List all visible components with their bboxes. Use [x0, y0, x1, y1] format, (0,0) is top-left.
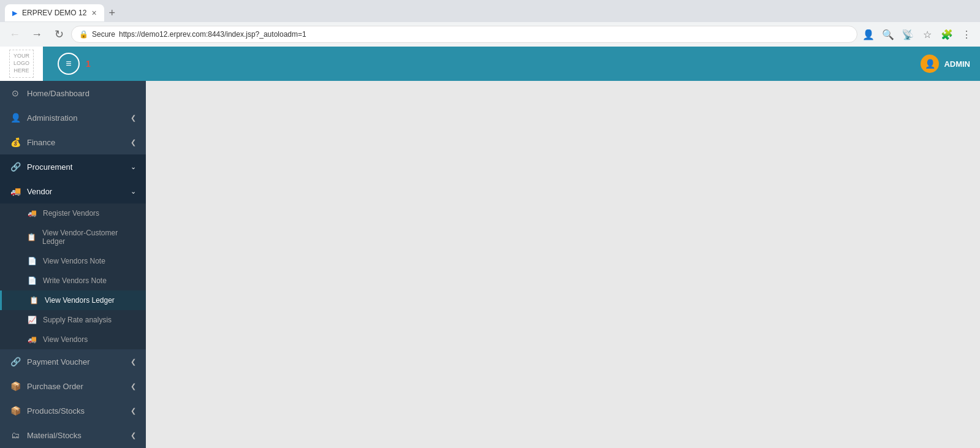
sidebar-subitem-view-vendors-ledger[interactable]: 📋 View Vendors Ledger 4	[0, 290, 146, 310]
material-stocks-chevron-icon: ❮	[131, 431, 136, 439]
view-vendors-label: View Vendors	[43, 335, 88, 344]
view-vendors-ledger-label: View Vendors Ledger	[45, 296, 115, 305]
procurement-icon: 🔗	[10, 162, 21, 172]
finance-chevron-icon: ❮	[131, 139, 136, 146]
url-display: https://demo12.erprev.com:8443/index.jsp…	[119, 30, 306, 39]
zoom-button[interactable]: 🔍	[879, 26, 897, 43]
hamburger-icon: ≡	[66, 58, 71, 69]
sidebar-subitem-view-vendors-note[interactable]: 📄 View Vendors Note	[0, 251, 146, 271]
sidebar-purchase-order-label: Purchase Order	[27, 382, 124, 391]
payment-voucher-icon: 🔗	[10, 357, 21, 366]
sidebar-home-label: Home/Dashboard	[27, 89, 136, 98]
sidebar-vendor-label: Vendor	[27, 187, 124, 196]
sidebar-procurement-label: Procurement	[27, 162, 124, 172]
browser-tab[interactable]: ▶ ERPREV DEMO 12 ×	[5, 4, 104, 21]
vendor-submenu: 🚚 Register Vendors 📋 View Vendor-Custome…	[0, 203, 146, 349]
secure-label: Secure	[92, 30, 115, 39]
address-bar[interactable]: 🔒 Secure https://demo12.erprev.com:8443/…	[71, 26, 857, 43]
reload-button[interactable]: ↻	[49, 25, 69, 44]
register-vendors-icon: 🚚	[27, 209, 37, 218]
tab-favicon: ▶	[12, 9, 17, 17]
write-vendors-note-label: Write Vendors Note	[43, 276, 107, 285]
sidebar-item-procurement[interactable]: 🔗 Procurement ⌄ 2	[0, 154, 146, 179]
view-vendor-customer-ledger-label: View Vendor-Customer Ledger	[42, 229, 136, 246]
sidebar-material-stocks-label: Material/Stocks	[27, 431, 124, 440]
sidebar-payment-voucher-label: Payment Voucher	[27, 357, 124, 366]
material-stocks-icon: 🗂	[10, 430, 21, 440]
new-tab-button[interactable]: +	[104, 7, 121, 20]
back-button[interactable]: ←	[5, 25, 25, 44]
payment-voucher-chevron-icon: ❮	[131, 358, 136, 366]
secure-icon: 🔒	[79, 30, 88, 39]
view-vendor-customer-ledger-icon: 📋	[27, 233, 36, 241]
menu-toggle-button[interactable]: ≡	[58, 53, 80, 75]
profile-button[interactable]: 👤	[860, 26, 877, 43]
sidebar-subitem-supply-rate-analysis[interactable]: 📈 Supply Rate analysis	[0, 310, 146, 330]
app-body: ⊙ Home/Dashboard 👤 Administration ❮ 💰 Fi…	[0, 81, 980, 448]
view-vendors-note-icon: 📄	[27, 257, 37, 265]
sidebar-item-vendor[interactable]: 🚚 Vendor ⌄ 3	[0, 179, 146, 203]
administration-chevron-icon: ❮	[131, 114, 136, 122]
sidebar-products-stocks-label: Products/Stocks	[27, 406, 124, 416]
purchase-order-icon: 📦	[10, 381, 21, 391]
administration-icon: 👤	[10, 113, 21, 123]
sidebar-subitem-view-vendor-customer-ledger[interactable]: 📋 View Vendor-Customer Ledger	[0, 223, 146, 251]
register-vendors-label: Register Vendors	[43, 209, 99, 218]
home-icon: ⊙	[10, 88, 21, 98]
view-vendors-icon: 🚚	[27, 335, 37, 344]
more-button[interactable]: ⋮	[958, 26, 975, 43]
sidebar-item-administration[interactable]: 👤 Administration ❮	[0, 105, 146, 130]
browser-controls: ← → ↻ 🔒 Secure https://demo12.erprev.com…	[0, 22, 980, 47]
sidebar-administration-label: Administration	[27, 113, 124, 123]
app-wrapper: YOURLOGOHERE ≡ 1 👤 ADMIN ⊙ Home/Dashboar…	[0, 47, 980, 448]
sidebar-subitem-register-vendors[interactable]: 🚚 Register Vendors	[0, 203, 146, 223]
admin-label: ADMIN	[944, 59, 970, 69]
procurement-chevron-icon: ⌄	[131, 163, 136, 171]
sidebar-finance-label: Finance	[27, 138, 124, 147]
sidebar-item-products-stocks[interactable]: 📦 Products/Stocks ❮	[0, 398, 146, 423]
logo-placeholder: YOURLOGOHERE	[9, 50, 34, 77]
supply-rate-analysis-label: Supply Rate analysis	[43, 316, 112, 324]
finance-icon: 💰	[10, 137, 21, 147]
bookmark-button[interactable]: ☆	[919, 26, 936, 43]
supply-rate-analysis-icon: 📈	[27, 316, 37, 324]
extensions-button[interactable]: 🧩	[938, 26, 955, 43]
write-vendors-note-icon: 📄	[27, 276, 37, 285]
app-logo: YOURLOGOHERE	[0, 47, 43, 81]
vendor-chevron-icon: ⌄	[131, 188, 136, 196]
sidebar-item-payment-voucher[interactable]: 🔗 Payment Voucher ❮	[0, 349, 146, 374]
admin-avatar: 👤	[921, 55, 939, 73]
main-content	[146, 81, 980, 448]
view-vendors-ledger-icon: 📋	[29, 296, 39, 305]
sidebar-item-purchase-order[interactable]: 📦 Purchase Order ❮	[0, 374, 146, 398]
vendor-icon: 🚚	[10, 186, 21, 196]
sidebar-subitem-view-vendors[interactable]: 🚚 View Vendors	[0, 330, 146, 349]
annotation-1-label: 1	[86, 59, 91, 69]
sidebar-item-finance[interactable]: 💰 Finance ❮	[0, 130, 146, 154]
products-stocks-chevron-icon: ❮	[131, 407, 136, 415]
purchase-order-chevron-icon: ❮	[131, 382, 136, 390]
tab-close-button[interactable]: ×	[91, 8, 96, 18]
forward-button[interactable]: →	[27, 25, 47, 44]
products-stocks-icon: 📦	[10, 406, 21, 416]
sidebar-item-home-dashboard[interactable]: ⊙ Home/Dashboard	[0, 81, 146, 105]
browser-action-buttons: 👤 🔍 📡 ☆ 🧩 ⋮	[860, 26, 975, 43]
header-right: 👤 ADMIN	[921, 55, 980, 73]
view-vendors-note-label: View Vendors Note	[43, 257, 105, 265]
cast-button[interactable]: 📡	[899, 26, 916, 43]
sidebar-subitem-write-vendors-note[interactable]: 📄 Write Vendors Note	[0, 271, 146, 290]
browser-chrome: ▶ ERPREV DEMO 12 × + ← → ↻ 🔒 Secure http…	[0, 0, 980, 47]
browser-tab-bar: ▶ ERPREV DEMO 12 × +	[0, 0, 980, 22]
sidebar-item-material-stocks[interactable]: 🗂 Material/Stocks ❮	[0, 423, 146, 447]
app-header: YOURLOGOHERE ≡ 1 👤 ADMIN	[0, 47, 980, 81]
sidebar: ⊙ Home/Dashboard 👤 Administration ❮ 💰 Fi…	[0, 81, 146, 448]
tab-title: ERPREV DEMO 12	[22, 9, 86, 17]
